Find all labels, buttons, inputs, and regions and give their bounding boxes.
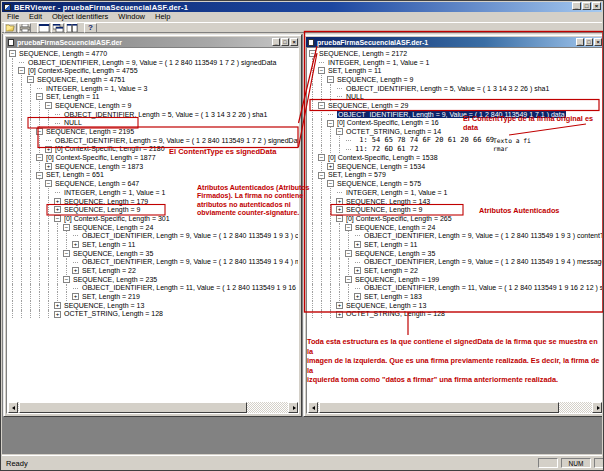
tree-row[interactable]: +SET, Length = 22	[8, 266, 298, 275]
collapse-minus-icon[interactable]: −	[35, 171, 44, 180]
maximize-icon[interactable]: □	[582, 2, 591, 10]
tree-node-label[interactable]: SEQUENCE, Length = 4751	[37, 76, 125, 83]
tree-row[interactable]: +SET, Length = 219	[8, 292, 298, 301]
tree-node-label[interactable]: OBJECT_IDENTIFIER, Length = 11, Value = …	[364, 284, 602, 291]
tree-node-label[interactable]: SEQUENCE, Length = 1534	[337, 163, 425, 170]
tree-row[interactable]: 11: 72 6D 61 72rmar	[308, 145, 602, 154]
close-icon[interactable]: ×	[594, 38, 602, 46]
tree-row[interactable]: −SET, Length = 11	[308, 66, 602, 75]
tree-node-label[interactable]: SEQUENCE, Length = 9	[346, 206, 422, 213]
tree-row[interactable]: −SEQUENCE, Length = 4770	[8, 49, 298, 58]
tree-row[interactable]: OBJECT_IDENTIFIER, Length = 9, Value = (…	[308, 258, 602, 267]
collapse-minus-icon[interactable]: −	[344, 249, 353, 258]
collapse-minus-icon[interactable]: −	[53, 214, 62, 223]
tree-node-label[interactable]: OCTET_STRING, Length = 14	[346, 128, 441, 135]
tree-row[interactable]: +SET, Length = 22	[308, 266, 602, 275]
scroll-right-arrow-icon[interactable]	[592, 402, 602, 413]
tree-node-label[interactable]: [0] Context-Specific, Length = 2180	[55, 145, 165, 152]
tree-row[interactable]: OBJECT_IDENTIFIER, Length = 5, Value = (…	[8, 110, 298, 119]
tree-row[interactable]: +SET, Length = 11	[308, 240, 602, 249]
expand-plus-icon[interactable]: +	[335, 197, 344, 206]
tree-row[interactable]: OBJECT_IDENTIFIER, Length = 9, Value = (…	[308, 231, 602, 240]
tree-node-label[interactable]: [0] Context-Specific, Length = 1538	[328, 154, 438, 161]
tree-row[interactable]: INTEGER, Length = 1, Value = 1	[308, 188, 602, 197]
tree-row[interactable]: +OCTET_STRING, Length = 128	[8, 310, 298, 319]
tree-row[interactable]: +SEQUENCE, Length = 13	[8, 301, 298, 310]
tree-row[interactable]: 1: 54 65 78 74 6F 20 61 20 66 69Texto a …	[308, 136, 602, 145]
left-horizontal-scrollbar[interactable]	[8, 402, 298, 413]
collapse-minus-icon[interactable]: −	[44, 101, 53, 110]
tree-row[interactable]: −SEQUENCE, Length = 647	[8, 179, 298, 188]
tree-row[interactable]: −SEQUENCE, Length = 35	[8, 249, 298, 258]
tree-row[interactable]: −SEQUENCE, Length = 4751	[8, 75, 298, 84]
expand-plus-icon[interactable]: +	[71, 292, 80, 301]
tree-row[interactable]: INTEGER, Length = 1, Value = 3	[8, 84, 298, 93]
tree-row[interactable]: +SEQUENCE, Length = 179	[8, 197, 298, 206]
tree-row[interactable]: +SET, Length = 183	[308, 292, 602, 301]
tree-row[interactable]: NULL	[308, 92, 602, 101]
tree-node-label[interactable]: SET, Length = 11	[82, 241, 135, 248]
menu-window[interactable]: Window	[113, 12, 150, 22]
tree-node-label[interactable]: SET, Length = 11	[46, 93, 99, 100]
tree-node-label[interactable]: SEQUENCE, Length = 9	[55, 102, 131, 109]
menu-file[interactable]: File	[2, 12, 24, 22]
expand-plus-icon[interactable]: +	[71, 240, 80, 249]
collapse-minus-icon[interactable]: −	[308, 49, 317, 58]
tree-node-label[interactable]: [0] Context-Specific, Length = 1877	[46, 154, 156, 161]
collapse-minus-icon[interactable]: −	[62, 223, 71, 232]
tree-node-label[interactable]: OBJECT_IDENTIFIER, Length = 9, Value = (…	[55, 137, 298, 144]
expand-plus-icon[interactable]: +	[53, 310, 62, 319]
tree-node-label[interactable]: INTEGER, Length = 1, Value = 1	[328, 59, 429, 66]
tree-node-label[interactable]: INTEGER, Length = 1, Value = 1	[346, 189, 447, 196]
tree-row[interactable]: OBJECT_IDENTIFIER, Length = 9, Value = (…	[8, 258, 298, 267]
collapse-minus-icon[interactable]: −	[62, 275, 71, 284]
tree-node-label[interactable]: SEQUENCE, Length = 24	[355, 224, 435, 231]
expand-plus-icon[interactable]: +	[335, 301, 344, 310]
collapse-minus-icon[interactable]: −	[26, 75, 35, 84]
tree-row[interactable]: −SEQUENCE, Length = 24	[8, 223, 298, 232]
tree-row[interactable]: −[0] Context-Specific, Length = 265	[308, 214, 602, 223]
collapse-minus-icon[interactable]: −	[326, 179, 335, 188]
tree-row[interactable]: +SEQUENCE, Length = 13	[308, 301, 602, 310]
expand-plus-icon[interactable]: +	[353, 292, 362, 301]
scroll-right-arrow-icon[interactable]	[288, 402, 298, 413]
tree-node-label[interactable]: SEQUENCE, Length = 9	[337, 76, 413, 83]
tree-node-label[interactable]: SEQUENCE, Length = 35	[355, 250, 435, 257]
collapse-minus-icon[interactable]: −	[317, 101, 326, 110]
expand-plus-icon[interactable]: +	[353, 266, 362, 275]
tree-row[interactable]: −SEQUENCE, Length = 9	[308, 75, 602, 84]
tree-node-label[interactable]: SET, Length = 651	[46, 171, 104, 178]
tree-node-label[interactable]: SET, Length = 22	[364, 267, 418, 274]
tree-node-label[interactable]: [0] Context-Specific, Length = 4755	[28, 67, 138, 74]
tree-row[interactable]: −SEQUENCE, Length = 199	[308, 275, 602, 284]
tree-row[interactable]: OBJECT_IDENTIFIER, Length = 9, Value = (…	[8, 136, 298, 145]
tree-node-label[interactable]: SET, Length = 11	[364, 241, 417, 248]
collapse-minus-icon[interactable]: −	[344, 223, 353, 232]
help-about-icon[interactable]: ?	[84, 23, 97, 33]
tree-row[interactable]: OBJECT_IDENTIFIER, Length = 11, Value = …	[308, 284, 602, 293]
tree-node-label[interactable]: SEQUENCE, Length = 24	[73, 224, 153, 231]
collapse-minus-icon[interactable]: −	[326, 75, 335, 84]
tree-node-label[interactable]: SEQUENCE, Length = 1873	[55, 163, 143, 170]
cascade-windows-icon[interactable]	[51, 23, 64, 33]
collapse-minus-icon[interactable]: −	[335, 127, 344, 136]
collapse-minus-icon[interactable]: −	[17, 66, 26, 75]
tree-node-label[interactable]: OBJECT_IDENTIFIER, Length = 9, Value = (…	[82, 232, 298, 239]
right-horizontal-scrollbar[interactable]	[308, 402, 602, 413]
tree-row[interactable]: −SEQUENCE, Length = 24	[308, 223, 602, 232]
tree-node-label[interactable]: SEQUENCE, Length = 35	[73, 250, 153, 257]
tree-node-label[interactable]: SET, Length = 183	[364, 293, 422, 300]
tree-row[interactable]: NULL	[8, 119, 298, 128]
tree-node-label[interactable]: SEQUENCE, Length = 143	[346, 198, 430, 205]
tree-node-label[interactable]: OBJECT_IDENTIFIER, Length = 11, Value = …	[82, 284, 298, 291]
minimize-icon[interactable]: _	[572, 2, 581, 10]
scroll-left-arrow-icon[interactable]	[308, 402, 318, 413]
tree-node-label[interactable]: SET, Length = 579	[328, 171, 386, 178]
tree-node-label[interactable]: SEQUENCE, Length = 13	[64, 302, 144, 309]
tree-node-label[interactable]: OCTET_STRING, Length = 128	[346, 310, 445, 317]
collapse-minus-icon[interactable]: −	[317, 153, 326, 162]
tree-row[interactable]: −SEQUENCE, Length = 29	[308, 101, 602, 110]
collapse-minus-icon[interactable]: −	[317, 66, 326, 75]
collapse-minus-icon[interactable]: −	[317, 171, 326, 180]
scroll-left-arrow-icon[interactable]	[8, 402, 18, 413]
